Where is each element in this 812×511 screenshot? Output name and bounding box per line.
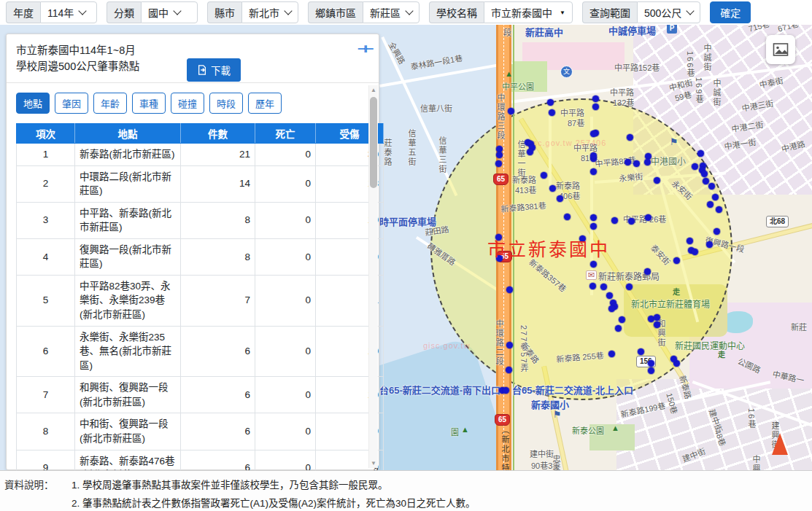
accident-point [541,172,547,179]
cell: 8 [181,238,255,275]
cell: 0 [255,413,316,450]
cell: 6 [17,326,75,377]
table-row: 4復興路一段(新北市新莊區)809 [17,238,384,275]
toolbar-field-年度: 年度114年 [6,1,97,23]
map-label-莊泰路: 莊泰路 [383,139,391,167]
scroll-up-icon[interactable]: ▲ [369,87,378,93]
accident-point [506,286,513,293]
hotspot-table: 項次地點件數死亡受傷 1新泰路(新北市新莊區)210302中環路二段(新北市新莊… [16,123,384,511]
accident-point [508,108,514,114]
cell: 復興路一段(新北市新莊區) [75,238,181,275]
cell: 0 [255,143,316,165]
scrollbar-thumb[interactable] [370,97,377,188]
map-label-新泰國小: 新泰國小 [531,400,569,410]
accident-point [703,178,709,184]
cell: 7 [181,275,255,326]
table-row: 6永樂街、永樂街235巷、無名(新北市新莊區)6010 [17,326,384,377]
chevron-down-icon [79,7,87,15]
field-select-年度[interactable]: 114年 [40,1,97,23]
column-header-件數: 件數 [181,123,255,143]
map-label-新莊新泰路郵局: 新莊新泰路郵局 [598,273,660,281]
scroll-down-icon[interactable]: ▼ [369,460,378,467]
field-label: 分類 [107,1,141,23]
cell: 0 [255,377,316,413]
download-button[interactable]: 下載 [187,58,241,82]
field-value: 新莊區 [370,5,401,20]
accident-point [592,95,599,102]
road-shield-65: 65 [493,173,509,185]
accident-point [506,367,512,373]
query-toolbar: 年度114年分類國中縣市新北市鄉鎮市區新莊區學校名稱市立新泰國中▼查詢範圍500… [0,0,812,25]
field-label: 查詢範圍 [582,1,637,23]
map-label-新泰路: 新泰路 [556,182,580,190]
accident-point [495,160,502,167]
accident-point [708,183,715,190]
tab-時段[interactable]: 時段 [209,93,243,114]
accident-point [654,321,660,328]
data-notes: 資料說明： 1. 學校周邊肇事熱點其事故案件並非僅該校學生，乃包含其餘一般民眾。… [0,470,812,511]
field-select-查詢範圍[interactable]: 500公尺 [637,1,700,23]
accident-point [503,387,509,394]
basemap-toggle-button[interactable] [766,35,795,64]
map-label-建中街: 建中街 [530,450,554,459]
table-body: 1新泰路(新北市新莊區)210302中環路二段(新北市新莊區)140183中平路… [17,143,384,511]
cell: 新泰路(新北市新莊區) [75,143,181,165]
accident-point [619,316,625,323]
table-header: 項次地點件數死亡受傷 [17,123,384,143]
cell: 中平路82巷30弄、永樂街、永樂街239巷(新北市新莊區) [75,275,181,326]
map-label-（新北市特: （新北市特 [500,426,509,470]
panel-scrollbar[interactable]: ▲ ▼ [368,85,378,468]
field-select-學校名稱[interactable]: 市立新泰國中▼ [484,1,573,23]
map-content: 段新莊高中中誠停車場715巷671巷泰林路一段1巷中平公園中平路152巷166巷… [379,25,812,470]
map-label-中誠停車場: 中誠停車場 [608,26,656,36]
map-label-中誠街: 中誠街 [712,79,720,107]
map-label-中誠街: 中誠街 [703,44,711,72]
map-label-中環路二段: 中環路二段 [495,319,503,367]
cell: 21 [181,143,255,165]
image-icon [773,42,789,58]
map-label-中平路152巷: 中平路152巷 [614,64,660,72]
map-label-中環路三段: 中環路三段 [496,93,504,141]
note-1: 1. 學校周邊肇事熱點其事故案件並非僅該校學生，乃包含其餘一般民眾。 [71,477,388,491]
table-row: 8中和街、復興路一段(新北市新莊區)609 [17,413,384,450]
accident-point [628,218,635,225]
toolbar-field-鄉鎮市區: 鄉鎮市區新莊區 [308,1,419,23]
chevron-down-icon [173,7,181,15]
north-arrow-icon [772,433,788,455]
cell: 8 [181,202,255,238]
map-watermark: gisc.gov.tw [423,341,471,350]
field-select-分類[interactable]: 國中 [141,1,198,23]
tab-歷年[interactable]: 歷年 [248,93,282,114]
field-select-鄉鎮市區[interactable]: 新莊區 [363,1,419,23]
accident-point [615,325,622,332]
table-row: 1新泰路(新北市新莊區)21030 [17,143,384,165]
tab-地點[interactable]: 地點 [16,93,50,114]
accident-point [589,283,596,289]
field-select-縣市[interactable]: 新北市 [241,1,298,23]
map-label-信華一街: 信華一街 [517,140,525,178]
panel-title-line1: 市立新泰國中114年1~8月 [16,42,379,58]
confirm-button[interactable]: 確定 [710,1,751,23]
tab-肇因[interactable]: 肇因 [55,93,88,114]
cell: 1 [17,143,75,165]
map-label-中平路: 中平路 [610,89,634,97]
accident-point [590,223,597,230]
tab-碰撞[interactable]: 碰撞 [171,93,204,114]
toolbar-field-縣市: 縣市新北市 [207,1,298,23]
map-tree-icon: ▲ [611,424,619,432]
panel-collapse-icon[interactable]: ⊣⊢ [357,43,373,55]
map-label-信華三街: 信華三街 [438,136,446,174]
field-value: 114年 [47,5,74,20]
map-label-166巷: 166巷 [686,51,694,78]
cell: 6 [181,326,255,377]
tab-車種[interactable]: 車種 [132,93,166,114]
field-value: 500公尺 [644,5,681,20]
results-panel: ⊣⊢ 市立新泰國中114年1~8月 學校周邊500公尺肇事熱點 下載 地點肇因年… [6,34,379,470]
map-label-新莊: 新莊 [791,324,807,332]
accident-point [564,214,571,220]
accident-point [547,99,554,106]
accident-point [557,195,563,202]
map-label-台65-新莊二交流道-北上入口: 台65-新莊二交流道-北上入口 [512,386,633,395]
map-runner-icon: 走 [718,351,725,359]
tab-年齡[interactable]: 年齡 [93,93,127,114]
